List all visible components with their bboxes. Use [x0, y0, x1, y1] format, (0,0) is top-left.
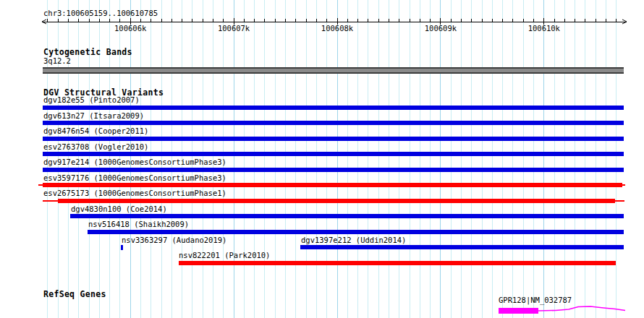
- variant-thin-extension[interactable]: [622, 184, 625, 186]
- variant-bar[interactable]: [179, 261, 616, 265]
- variant-bar[interactable]: [43, 183, 622, 187]
- variant-bar[interactable]: [300, 245, 624, 249]
- variant-bar[interactable]: [43, 106, 624, 110]
- variant-label[interactable]: dgv917e214 (1000GenomesConsortiumPhase3): [43, 158, 226, 166]
- ruler-tick-label: 100606k: [114, 25, 146, 33]
- gene-label[interactable]: GPR128|NM_032787: [499, 296, 572, 304]
- genome-position-title: chr3:100605159..100610785: [43, 9, 158, 17]
- variant-tick[interactable]: [121, 245, 123, 250]
- variant-label[interactable]: dgv1397e212 (Uddin2014): [301, 236, 406, 244]
- variant-label[interactable]: nsv822201 (Park2010): [179, 252, 270, 259]
- variant-label[interactable]: dgv8476n54 (Cooper2011): [43, 127, 148, 135]
- variant-bar[interactable]: [43, 168, 624, 172]
- variant-thin-extension[interactable]: [38, 184, 43, 186]
- variant-label[interactable]: dgv4830n100 (Coe2014): [71, 205, 167, 213]
- variant-label[interactable]: nsv516418 (Shaikh2009): [88, 220, 189, 228]
- variant-bar[interactable]: [43, 152, 624, 156]
- variant-label[interactable]: esv2675173 (1000GenomesConsortiumPhase1): [43, 189, 226, 197]
- ruler-tick-label: 100610k: [528, 25, 560, 33]
- genome-browser-view: chr3:100605159..100610785 Cytogenetic Ba…: [0, 0, 644, 318]
- ruler-tick-label: 100609k: [425, 25, 457, 33]
- variant-bar[interactable]: [88, 230, 624, 234]
- cytoband-bar[interactable]: [43, 67, 624, 74]
- variant-thin-extension[interactable]: [615, 200, 624, 202]
- variant-bar[interactable]: [70, 214, 624, 218]
- variant-label[interactable]: dgv182e55 (Pinto2007): [43, 96, 140, 104]
- variant-thin-extension[interactable]: [43, 200, 58, 202]
- variant-bar[interactable]: [43, 121, 624, 125]
- variant-bar[interactable]: [58, 199, 615, 203]
- gene-exon-box[interactable]: [499, 308, 538, 314]
- section-header-cytogenetic-bands: Cytogenetic Bands: [43, 47, 132, 57]
- gene-intron-line: [538, 306, 625, 311]
- ruler-tick-label: 100607k: [218, 25, 250, 33]
- ruler-tick-label: 100608k: [321, 25, 353, 33]
- variant-label[interactable]: dgv613n27 (Itsara2009): [43, 112, 144, 120]
- cytoband-label: 3q12.2: [43, 57, 71, 65]
- section-header-refseq-genes: RefSeq Genes: [43, 289, 106, 299]
- variant-label[interactable]: esv2763708 (Vogler2010): [43, 143, 148, 151]
- variant-label[interactable]: esv3597176 (1000GenomesConsortiumPhase3): [43, 174, 226, 182]
- variant-label[interactable]: nsv3363297 (Audano2019): [122, 236, 226, 244]
- variant-bar[interactable]: [43, 137, 624, 141]
